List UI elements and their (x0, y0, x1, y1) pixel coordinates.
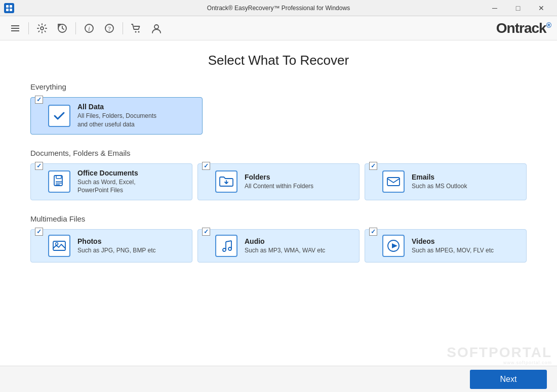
page-title: Select What To Recover (30, 53, 527, 68)
section-label-multimedia: Multimedia Files (30, 214, 527, 223)
minimize-button[interactable]: ─ (483, 0, 506, 16)
card-text-emails: Emails Such as MS Outlook (412, 173, 518, 191)
card-text-alldata: All Data All Files, Folders, Documents a… (77, 103, 194, 129)
toolbar: i ? Ontrack® (0, 16, 557, 40)
section-multimedia: Multimedia Files Photos Such as JPG, PNG… (30, 214, 527, 263)
svg-rect-21 (387, 178, 400, 186)
card-office-docs[interactable]: Office Documents Such as Word, Excel, Po… (30, 163, 192, 201)
checkbox-audio[interactable] (202, 228, 210, 236)
card-desc-docs: Such as Word, Excel, PowerPoint Files (77, 178, 184, 195)
close-button[interactable]: ✕ (530, 0, 553, 16)
videos-icon (382, 235, 405, 257)
photos-icon (48, 235, 70, 257)
card-desc-emails: Such as MS Outlook (412, 182, 518, 191)
card-desc-audio: Such as MP3, WMA, WAV etc (245, 246, 351, 255)
section-documents: Documents, Folders & Emails Office Docum… (30, 149, 527, 201)
titlebar: Ontrack® EasyRecovery™ Professional for … (0, 0, 557, 16)
svg-rect-1 (10, 5, 12, 8)
svg-point-23 (56, 243, 58, 245)
card-emails[interactable]: Emails Such as MS Outlook (365, 163, 527, 201)
checkbox-photos[interactable] (35, 228, 43, 236)
window-title: Ontrack® EasyRecovery™ Professional for … (207, 5, 350, 12)
svg-marker-30 (392, 243, 397, 248)
card-all-data[interactable]: All Data All Files, Folders, Documents a… (30, 97, 203, 135)
menu-icon[interactable] (6, 19, 24, 37)
checkbox-folders[interactable] (202, 162, 210, 170)
card-photos[interactable]: Photos Such as JPG, PNG, BMP etc (30, 229, 192, 263)
svg-point-15 (154, 25, 158, 29)
cards-row-everything: All Data All Files, Folders, Documents a… (30, 97, 527, 135)
help-icon[interactable]: ? (100, 19, 118, 37)
card-audio[interactable]: Audio Such as MP3, WMA, WAV etc (197, 229, 360, 263)
card-videos[interactable]: Videos Such as MPEG, MOV, FLV etc (365, 229, 527, 263)
app-icon (4, 3, 14, 13)
card-name-folders: Folders (245, 173, 351, 181)
bottom-bar: Next (0, 366, 557, 392)
toolbar-separator-1 (28, 22, 29, 34)
section-label-everything: Everything (30, 82, 527, 91)
card-desc-folders: All Content within Folders (245, 182, 351, 191)
card-name-alldata: All Data (77, 103, 194, 111)
brand-registered: ® (546, 21, 551, 29)
card-name-audio: Audio (245, 237, 351, 245)
svg-text:i: i (88, 25, 90, 32)
toolbar-separator-2 (75, 22, 76, 34)
toolbar-separator-3 (123, 22, 123, 34)
svg-text:?: ? (108, 25, 111, 32)
card-name-photos: Photos (77, 237, 184, 245)
card-text-videos: Videos Such as MPEG, MOV, FLV etc (412, 237, 518, 255)
card-name-videos: Videos (412, 237, 518, 245)
checkbox-emails[interactable] (369, 162, 377, 170)
card-name-emails: Emails (412, 173, 518, 181)
card-desc-videos: Such as MPEG, MOV, FLV etc (412, 246, 518, 255)
toolbar-icons: i ? (6, 19, 166, 37)
svg-rect-0 (6, 5, 9, 8)
card-text-audio: Audio Such as MP3, WMA, WAV etc (245, 237, 351, 255)
checkbox-office-docs[interactable] (35, 162, 43, 170)
checkbox-videos[interactable] (369, 228, 377, 236)
card-name-docs: Office Documents (77, 169, 184, 177)
svg-line-28 (226, 241, 231, 242)
svg-point-14 (138, 31, 140, 32)
titlebar-left (4, 3, 14, 13)
card-text-photos: Photos Such as JPG, PNG, BMP etc (77, 237, 184, 255)
alldata-icon (48, 105, 70, 127)
section-label-documents: Documents, Folders & Emails (30, 149, 527, 157)
maximize-button[interactable]: □ (506, 0, 530, 16)
section-everything: Everything All Data All Files, Folders, … (30, 82, 527, 135)
svg-point-7 (41, 27, 44, 30)
main-content: Select What To Recover Everything All Da… (0, 40, 557, 392)
window-controls: ─ □ ✕ (483, 0, 553, 16)
checkbox-all-data[interactable] (35, 96, 43, 104)
cart-icon[interactable] (127, 19, 145, 37)
settings-icon[interactable] (33, 19, 51, 37)
cards-row-documents: Office Documents Such as Word, Excel, Po… (30, 163, 527, 201)
docs-icon (48, 170, 70, 193)
cards-row-multimedia: Photos Such as JPG, PNG, BMP etc (30, 229, 527, 263)
brand-name: Ontrack (496, 20, 546, 36)
card-text-docs: Office Documents Such as Word, Excel, Po… (77, 169, 184, 195)
svg-rect-22 (53, 241, 65, 250)
svg-rect-3 (10, 9, 12, 11)
account-icon[interactable] (147, 19, 166, 37)
info-icon[interactable]: i (80, 19, 98, 37)
card-desc-alldata: All Files, Folders, Documents and other … (77, 112, 194, 129)
history-icon[interactable] (53, 19, 71, 37)
svg-rect-2 (6, 9, 9, 11)
emails-icon (382, 170, 405, 193)
card-text-folders: Folders All Content within Folders (245, 173, 351, 191)
card-desc-photos: Such as JPG, PNG, BMP etc (77, 246, 184, 255)
brand-logo: Ontrack® (496, 20, 551, 36)
audio-icon (215, 235, 237, 257)
folders-icon (215, 170, 237, 193)
card-folders[interactable]: Folders All Content within Folders (197, 163, 360, 201)
svg-point-13 (135, 31, 137, 32)
next-button[interactable]: Next (470, 370, 547, 389)
